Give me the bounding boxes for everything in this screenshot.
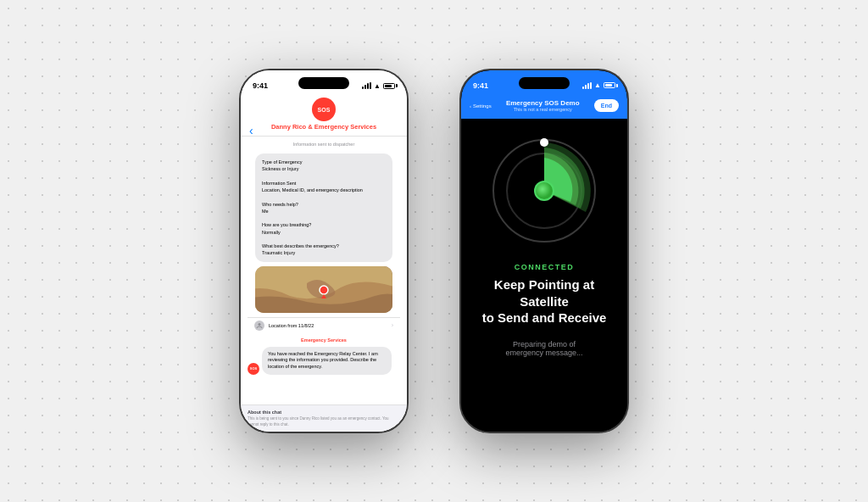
svg-point-6 [536, 182, 553, 199]
info-header: Information sent to dispatcher [248, 142, 400, 147]
messages-area: Information sent to dispatcher Type of E… [241, 137, 407, 404]
location-avatar [254, 321, 264, 331]
about-text: This is being sent to you since Danny Ri… [248, 416, 400, 427]
sos-avatar-small: SOS [248, 363, 259, 375]
map-svg [255, 266, 392, 313]
settings-back[interactable]: ‹ Settings [470, 103, 492, 109]
location-label: Location from 11/8/22 [269, 323, 314, 328]
status-icons-2: ▲ [582, 81, 615, 89]
header-subtitle: This is not a real emergency [514, 107, 572, 112]
time-1: 9:41 [253, 81, 268, 90]
location-row[interactable]: Location from 11/8/22 › [248, 317, 400, 333]
wifi-icon: ▲ [374, 82, 381, 90]
header-title: Emergency SOS Demo [506, 99, 580, 107]
about-footer: About this chat This is being sent to yo… [241, 404, 407, 432]
keep-pointing-title: Keep Pointing at Satellite to Send and R… [461, 276, 627, 326]
svg-point-2 [259, 323, 261, 326]
map-content [255, 266, 392, 313]
contact-name: Danny Rico & Emergency Services [271, 123, 376, 131]
wifi-icon-2: ▲ [594, 81, 601, 89]
svg-point-1 [320, 286, 328, 294]
preparing-text: Preparing demo of emergency message... [505, 340, 582, 357]
received-bubble: You have reached the Emergency Relay Cen… [262, 347, 392, 375]
location-text-row: Location from 11/8/22 [254, 321, 314, 331]
sos-avatar: SOS [312, 98, 336, 121]
received-message-wrapper: SOS You have reached the Emergency Relay… [248, 347, 400, 375]
q5: What best describes the emergency? [262, 243, 386, 249]
q2: Information Sent [262, 180, 386, 187]
signal-icon [362, 82, 371, 89]
info-bubble-1: Type of Emergency Sickness or Injury Inf… [255, 153, 392, 262]
battery-icon-2 [604, 82, 615, 88]
phone-emergency-sos: 9:41 ▲ ‹ Settings Emergency SOS Demo Thi… [459, 69, 629, 433]
q4: How are you breathing? [262, 221, 386, 228]
time-2: 9:41 [473, 81, 488, 90]
sos-header: ‹ Settings Emergency SOS Demo This is no… [461, 96, 627, 119]
tracker-svg [489, 136, 599, 246]
signal-icon-2 [582, 82, 592, 89]
back-button[interactable]: ‹ [249, 124, 253, 137]
satellite-section: CONNECTED Keep Pointing at Satellite to … [461, 119, 627, 432]
emergency-services-label: Emergency Services [248, 337, 400, 343]
a3: Me [262, 208, 386, 215]
q1: Type of Emergency [262, 159, 386, 165]
map-bubble [255, 266, 392, 313]
about-title: About this chat [248, 410, 400, 415]
status-icons-1: ▲ [362, 82, 395, 90]
a4: Normally [262, 229, 386, 236]
person-icon [256, 322, 263, 329]
header-center: Emergency SOS Demo This is not a real em… [506, 99, 580, 112]
phone-messages: 9:41 ▲ ‹ SOS Danny Rico & Emergency Serv… [239, 69, 409, 433]
connected-label: CONNECTED [515, 263, 575, 271]
back-chevron-icon: ‹ [470, 103, 471, 109]
dynamic-island [298, 77, 349, 89]
a5: Traumatic Injury [262, 249, 386, 256]
q3: Who needs help? [262, 201, 386, 208]
a1: Sickness or Injury [262, 165, 386, 172]
dynamic-island-2 [519, 77, 570, 89]
a2: Location, Medical ID, and emergency desc… [262, 187, 386, 193]
end-button[interactable]: End [594, 99, 619, 112]
svg-point-7 [540, 138, 548, 147]
chevron-right-icon: › [392, 322, 393, 328]
battery-icon [383, 83, 395, 89]
satellite-tracker [489, 136, 599, 246]
